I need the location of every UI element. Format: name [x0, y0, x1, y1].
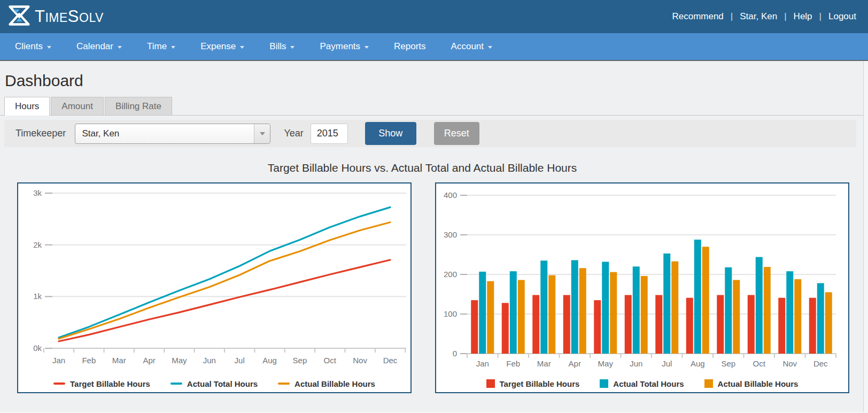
chevron-down-icon [47, 46, 51, 49]
line-series [59, 223, 390, 339]
legend-marker [704, 379, 713, 388]
legend-item: Actual Total Hours [170, 379, 258, 388]
legend-item: Target Billable Hours [53, 379, 150, 388]
svg-text:Jan: Jan [52, 356, 65, 365]
show-button[interactable]: Show [365, 122, 416, 145]
chevron-down-icon [171, 46, 175, 49]
svg-text:Feb: Feb [82, 356, 96, 365]
svg-text:Mar: Mar [537, 359, 551, 368]
svg-text:3k: 3k [33, 188, 42, 197]
line-chart-legend: Target Billable HoursActual Total HoursA… [18, 374, 410, 393]
header-link-separator: | [724, 11, 740, 22]
svg-text:May: May [598, 359, 614, 368]
nav-item-time[interactable]: Time [147, 41, 175, 52]
line-chart-panel: 0k1k2k3kJanFebMarAprMayJunJulAugSepOctNo… [17, 182, 412, 393]
top-header: TIMESOLV Recommend|Star, Ken|Help|Logout [0, 0, 868, 33]
svg-text:Oct: Oct [324, 356, 337, 365]
header-link-star-ken[interactable]: Star, Ken [740, 11, 777, 22]
header-links: Recommend|Star, Ken|Help|Logout [672, 11, 856, 22]
brand-name: TIMESOLV [35, 7, 104, 26]
svg-text:Jul: Jul [235, 356, 245, 365]
svg-text:Jan: Jan [476, 359, 489, 368]
bar-chart-panel: 0100200300400JanFebMarAprMayJunJulAugSep… [435, 182, 849, 393]
header-link-help[interactable]: Help [794, 11, 812, 22]
legend-item: Actual Total Hours [600, 379, 684, 388]
legend-item: Target Billable Hours [486, 379, 580, 388]
year-input[interactable] [311, 124, 348, 144]
svg-text:Jul: Jul [662, 359, 672, 368]
timekeeper-label: Timekeeper [15, 128, 66, 139]
charts-title: Target Billable Hours vs. Actual Total a… [0, 162, 844, 174]
svg-text:Nov: Nov [782, 359, 797, 368]
hourglass-logo-icon [9, 4, 30, 29]
svg-text:300: 300 [444, 230, 457, 239]
svg-text:Apr: Apr [143, 356, 155, 365]
content-area: Dashboard HoursAmountBilling Rate Timeke… [0, 61, 864, 412]
legend-label: Actual Total Hours [187, 379, 258, 388]
header-link-logout[interactable]: Logout [828, 11, 856, 22]
svg-text:0: 0 [453, 349, 457, 358]
tab-amount[interactable]: Amount [51, 97, 104, 115]
year-label: Year [284, 128, 303, 139]
legend-label: Target Billable Hours [70, 379, 150, 388]
svg-text:Dec: Dec [383, 356, 398, 365]
legend-marker [278, 383, 290, 385]
legend-marker [53, 383, 65, 385]
svg-text:Oct: Oct [753, 359, 766, 368]
chevron-down-icon[interactable] [254, 124, 270, 143]
svg-text:May: May [172, 356, 187, 365]
legend-label: Target Billable Hours [500, 379, 580, 388]
legend-label: Actual Total Hours [613, 379, 684, 388]
chevron-down-icon [488, 46, 492, 49]
reset-button[interactable]: Reset [434, 122, 479, 145]
charts-row: 0k1k2k3kJanFebMarAprMayJunJulAugSepOctNo… [17, 182, 863, 393]
svg-text:400: 400 [444, 190, 457, 200]
chevron-down-icon [365, 46, 369, 49]
svg-text:Feb: Feb [506, 359, 520, 368]
header-link-separator: | [812, 11, 828, 22]
svg-text:Aug: Aug [691, 359, 705, 368]
svg-text:1k: 1k [33, 292, 42, 301]
bar-chart-legend: Target Billable HoursActual Total HoursA… [436, 374, 848, 393]
legend-label: Actual Billable Hours [294, 379, 375, 388]
svg-text:Jun: Jun [203, 356, 216, 365]
nav-item-clients[interactable]: Clients [15, 41, 51, 52]
line-chart: 0k1k2k3kJanFebMarAprMayJunJulAugSepOctNo… [18, 183, 410, 372]
tab-strip: HoursAmountBilling Rate [0, 97, 863, 116]
legend-marker [170, 383, 182, 385]
tab-billing-rate[interactable]: Billing Rate [105, 97, 172, 115]
svg-text:Apr: Apr [569, 359, 581, 368]
svg-text:Sep: Sep [293, 356, 307, 365]
svg-text:Jun: Jun [630, 359, 642, 368]
svg-text:200: 200 [444, 270, 457, 279]
svg-text:Mar: Mar [112, 356, 126, 365]
legend-label: Actual Billable Hours [718, 379, 799, 388]
svg-text:100: 100 [444, 309, 457, 318]
chevron-down-icon [240, 46, 244, 49]
chevron-down-icon [290, 46, 294, 49]
nav-item-account[interactable]: Account [451, 41, 492, 52]
nav-item-reports[interactable]: Reports [394, 41, 426, 52]
timekeeper-select-value: Star, Ken [75, 128, 119, 139]
svg-text:0k: 0k [33, 343, 42, 353]
legend-item: Actual Billable Hours [704, 379, 799, 388]
main-nav: ClientsCalendarTimeExpenseBillsPaymentsR… [0, 33, 868, 61]
svg-text:Aug: Aug [262, 356, 277, 365]
chevron-down-icon [118, 46, 122, 49]
nav-item-payments[interactable]: Payments [320, 41, 369, 52]
bar-series [471, 240, 832, 354]
nav-item-bills[interactable]: Bills [269, 41, 294, 52]
svg-text:Dec: Dec [813, 359, 828, 368]
nav-item-calendar[interactable]: Calendar [76, 41, 122, 52]
legend-marker [486, 379, 495, 388]
svg-text:Nov: Nov [353, 356, 367, 365]
header-link-separator: | [777, 11, 793, 22]
timekeeper-select[interactable]: Star, Ken [75, 124, 270, 144]
filter-bar: Timekeeper Star, Ken Year Show Reset [4, 120, 856, 147]
page-title: Dashboard [0, 61, 863, 97]
nav-item-expense[interactable]: Expense [200, 41, 244, 52]
header-link-recommend[interactable]: Recommend [672, 11, 723, 22]
tab-hours[interactable]: Hours [4, 97, 50, 116]
svg-text:Sep: Sep [721, 359, 735, 368]
svg-text:2k: 2k [33, 240, 42, 249]
